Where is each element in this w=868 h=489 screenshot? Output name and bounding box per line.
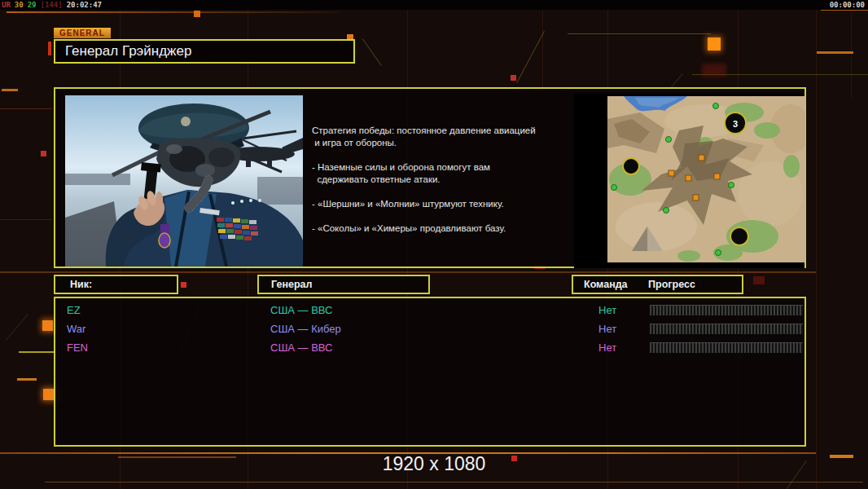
portrait-art <box>65 95 303 267</box>
circuit-line <box>0 108 52 109</box>
player-row: War США — Кибер Нет <box>55 320 804 338</box>
progress-header-label: Прогресс <box>630 279 695 290</box>
match-timer: 00:00:00 <box>830 0 865 10</box>
status-bar: UR3029[144]20:02:47 00:00:00 <box>0 0 868 10</box>
column-header-team-progress: Команда Прогресс <box>572 275 743 294</box>
circuit-square <box>42 320 53 331</box>
circuit-line <box>2 89 18 91</box>
circuit-line <box>851 0 852 98</box>
circuit-square <box>702 64 726 77</box>
circuit-square <box>48 42 51 55</box>
fps-stats: UR3029[144]20:02:47 <box>2 0 106 10</box>
player-team: Нет <box>598 339 616 357</box>
general-portrait-image <box>65 95 303 267</box>
circuit-line <box>362 38 382 65</box>
loading-screen: UR3029[144]20:02:47 00:00:00 GENERAL Ген… <box>0 0 868 489</box>
general-name-panel: Генерал Грэйнджер <box>54 39 355 64</box>
load-progress-bar <box>650 305 803 315</box>
circuit-line <box>516 31 545 83</box>
circuit-line <box>7 11 340 13</box>
stat-value: UR <box>2 1 11 9</box>
player-team: Нет <box>598 302 616 319</box>
circuit-line <box>6 314 28 341</box>
circuit-line <box>45 482 863 482</box>
resolution-label: 1920 x 1080 <box>0 453 868 475</box>
general-name: Генерал Грэйнджер <box>55 43 191 59</box>
circuit-line <box>0 219 52 220</box>
minimap-panel: 3 <box>574 94 804 268</box>
player-nick: FEN <box>67 339 88 357</box>
column-header-nick: Ник: <box>54 275 178 294</box>
circuit-line <box>17 378 37 381</box>
load-progress-bar <box>650 342 803 353</box>
nick-header-label: Ник: <box>55 279 92 290</box>
circuit-square <box>511 75 516 81</box>
circuit-square <box>753 276 765 284</box>
stat-value: 30 <box>15 1 24 9</box>
player-general: США — Кибер <box>270 320 341 338</box>
general-header-label: Генерал <box>259 279 312 290</box>
team-header-label: Команда <box>573 279 628 290</box>
player-row: FEN США — ВВС Нет <box>55 339 804 357</box>
start-position-marker <box>730 227 748 245</box>
player-nick: War <box>67 320 85 338</box>
start-position-marker <box>623 158 639 174</box>
player-general: США — ВВС <box>270 339 333 357</box>
stat-value: [144] <box>41 1 63 9</box>
circuit-square <box>708 37 721 51</box>
briefing-panel: Стратегия победы: постоянное давление ав… <box>54 87 806 268</box>
stat-value: 29 <box>28 1 37 9</box>
circuit-line <box>817 51 853 54</box>
general-tab-label: GENERAL <box>54 28 111 38</box>
circuit-line <box>542 0 543 90</box>
circuit-square <box>41 151 46 156</box>
circuit-square <box>194 11 200 17</box>
player-list-panel: EZ США — ВВС Нет War США — Кибер Нет FEN… <box>54 297 806 447</box>
player-nick: EZ <box>67 302 81 319</box>
clock-value: 20:02:47 <box>67 1 102 9</box>
player-general: США — ВВС <box>270 302 333 319</box>
circuit-line <box>568 33 711 34</box>
column-header-general: Генерал <box>257 275 430 294</box>
player-row: EZ США — ВВС Нет <box>55 302 804 319</box>
circuit-line <box>816 0 817 489</box>
load-progress-bar <box>650 324 803 334</box>
minimap-image: 3 <box>607 96 805 262</box>
circuit-square <box>181 282 186 288</box>
minimap-art: 3 <box>607 96 805 262</box>
strategy-text: Стратегия победы: постоянное давление ав… <box>312 125 581 235</box>
circuit-line <box>19 351 54 353</box>
player-team: Нет <box>598 320 616 338</box>
circuit-line <box>0 271 816 273</box>
circuit-square <box>43 389 55 400</box>
start-position-number: 3 <box>733 119 738 129</box>
